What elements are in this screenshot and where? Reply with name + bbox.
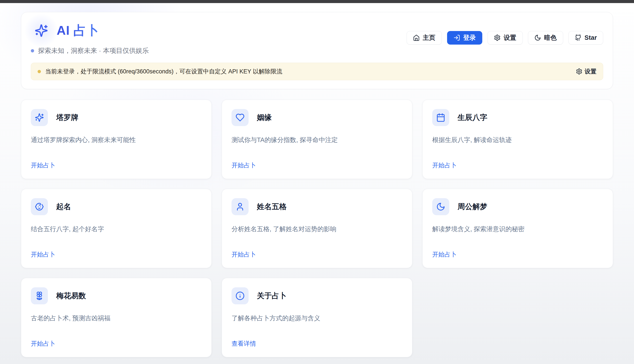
card-action-label: 开始占卜 [232,250,256,259]
card-description: 分析姓名五格, 了解姓名对运势的影响 [232,224,402,234]
card-title: 梅花易数 [56,291,86,301]
nav-button-label: 主页 [423,34,435,42]
gear-icon [576,68,582,75]
nav-button-label: 暗色 [544,34,557,42]
card-title: 起名 [56,202,71,212]
home-button[interactable]: 主页 [407,31,442,44]
calendar-icon [432,109,449,126]
info-icon [232,287,249,304]
flower-icon [31,287,48,304]
page: AI 占卜 探索未知，洞察未来 · 本项目仅供娱乐 主页 登录 设置 暗色 St… [0,12,634,357]
card-tarot[interactable]: 塔罗牌 通过塔罗牌探索内心, 洞察未来可能性 开始占卜 [21,100,212,179]
card-action-link[interactable]: 开始占卜 [31,340,202,348]
rate-limit-banner: 当前未登录，处于限流模式 (60req/3600seconds)，可在设置中自定… [31,63,603,80]
card-description: 古老的占卜术, 预测吉凶祸福 [31,314,202,323]
card-description: 解读梦境含义, 探索潜意识的秘密 [432,224,603,234]
nav-button-label: 设置 [504,34,516,42]
card-action-label: 查看详情 [232,340,256,348]
card-action-link[interactable]: 开始占卜 [31,161,202,170]
moon-icon [432,198,449,215]
card-action-label: 开始占卜 [432,250,457,259]
header-nav: 主页 登录 设置 暗色 Star [407,31,603,44]
card-header: 起名 [31,198,202,215]
card-title: 生辰八字 [458,112,487,122]
card-title: 姓名五格 [257,202,287,212]
card-action-label: 开始占卜 [232,161,256,170]
page-subtitle: 探索未知，洞察未来 · 本项目仅供娱乐 [38,46,149,55]
card-action-link[interactable]: 开始占卜 [232,161,402,170]
banner-settings-label: 设置 [584,68,596,76]
theme-toggle-button[interactable]: 暗色 [528,31,563,44]
card-action-link[interactable]: 开始占卜 [232,250,402,259]
card-about[interactable]: 关于占卜 了解各种占卜方式的起源与含义 查看详情 [222,278,412,357]
heart-icon [232,109,249,126]
login-icon [453,34,460,41]
card-marriage[interactable]: 姻缘 测试你与TA的缘分指数, 探寻命中注定 开始占卜 [222,100,412,179]
card-header: 关于占卜 [232,287,402,304]
rate-limit-text: 当前未登录，处于限流模式 (60req/3600seconds)，可在设置中自定… [45,68,282,76]
nav-button-label: Star [584,34,597,41]
card-description: 根据生辰八字, 解读命运轨迹 [432,135,603,144]
logo-row: AI 占卜 [31,20,149,41]
warning-dot-icon [38,70,41,73]
github-icon [575,34,581,41]
card-description: 结合五行八字, 起个好名字 [31,224,202,234]
home-icon [413,34,420,41]
header-card: AI 占卜 探索未知，洞察未来 · 本项目仅供娱乐 主页 登录 设置 暗色 St… [21,12,613,89]
card-name-five-grids[interactable]: 姓名五格 分析姓名五格, 了解姓名对运势的影响 开始占卜 [222,189,412,268]
card-action-link[interactable]: 开始占卜 [432,161,603,170]
cards-grid: 塔罗牌 通过塔罗牌探索内心, 洞察未来可能性 开始占卜 姻缘 测试你与TA的缘分… [21,100,613,357]
card-description: 了解各种占卜方式的起源与含义 [232,314,402,323]
sparkles-icon [31,20,52,41]
page-title: AI 占卜 [57,22,99,39]
sparkles-icon [31,109,48,126]
login-button[interactable]: 登录 [447,31,482,44]
card-title: 姻缘 [257,112,272,122]
window-top-bar [0,0,634,3]
card-dream[interactable]: 周公解梦 解读梦境含义, 探索潜意识的秘密 开始占卜 [422,189,613,268]
card-header: 姓名五格 [232,198,402,215]
baby-icon [31,198,48,215]
nav-button-label: 登录 [463,34,476,42]
card-header: 塔罗牌 [31,109,202,126]
card-header: 周公解梦 [432,198,603,215]
header-left: AI 占卜 探索未知，洞察未来 · 本项目仅供娱乐 [31,20,149,55]
card-action-link[interactable]: 查看详情 [232,340,402,348]
card-description: 通过塔罗牌探索内心, 洞察未来可能性 [31,135,202,144]
card-description: 测试你与TA的缘分指数, 探寻命中注定 [232,135,402,144]
card-header: 梅花易数 [31,287,202,304]
card-action-label: 开始占卜 [31,161,55,170]
user-icon [232,198,249,215]
card-action-link[interactable]: 开始占卜 [432,250,603,259]
gear-icon [494,34,501,41]
card-title: 关于占卜 [257,291,287,301]
header-top-row: AI 占卜 探索未知，洞察未来 · 本项目仅供娱乐 主页 登录 设置 暗色 St… [31,20,603,55]
moon-icon [534,34,541,41]
card-naming[interactable]: 起名 结合五行八字, 起个好名字 开始占卜 [21,189,212,268]
card-action-label: 开始占卜 [31,250,55,259]
card-action-link[interactable]: 开始占卜 [31,250,202,259]
banner-settings-link[interactable]: 设置 [576,68,596,76]
settings-button[interactable]: 设置 [487,31,523,44]
card-meihua[interactable]: 梅花易数 古老的占卜术, 预测吉凶祸福 开始占卜 [21,278,212,357]
subtitle-dot-icon [31,49,34,52]
github-star-button[interactable]: Star [568,31,603,44]
card-title: 塔罗牌 [56,112,79,122]
card-action-label: 开始占卜 [432,161,457,170]
card-header: 生辰八字 [432,109,603,126]
card-title: 周公解梦 [458,202,487,212]
card-header: 姻缘 [232,109,402,126]
card-bazi[interactable]: 生辰八字 根据生辰八字, 解读命运轨迹 开始占卜 [422,100,613,179]
subtitle-row: 探索未知，洞察未来 · 本项目仅供娱乐 [31,46,149,55]
card-action-label: 开始占卜 [31,340,55,348]
